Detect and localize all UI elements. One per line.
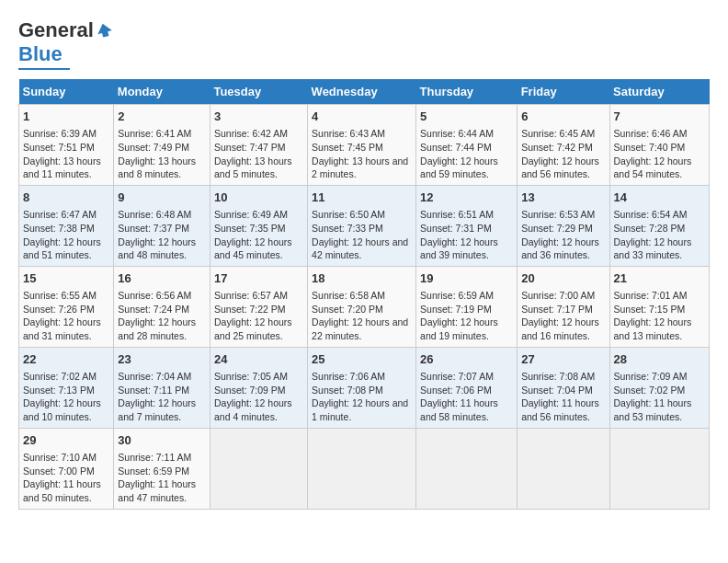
daylight-label: Daylight: 12 hours and 56 minutes. [521, 155, 599, 180]
column-header-tuesday: Tuesday [210, 79, 307, 105]
day-number: 11 [312, 190, 412, 206]
calendar-week-row: 1Sunrise: 6:39 AMSunset: 7:51 PMDaylight… [19, 105, 710, 186]
day-number: 8 [23, 190, 109, 206]
day-number: 24 [214, 351, 303, 368]
daylight-label: Daylight: 12 hours and 31 minutes. [23, 316, 101, 341]
daylight-label: Daylight: 12 hours and 25 minutes. [214, 316, 292, 341]
daylight-label: Daylight: 11 hours and 58 minutes. [420, 397, 498, 422]
day-number: 30 [118, 432, 206, 449]
calendar-cell: 1Sunrise: 6:39 AMSunset: 7:51 PMDaylight… [19, 105, 114, 186]
calendar-cell: 24Sunrise: 7:05 AMSunset: 7:09 PMDayligh… [210, 347, 307, 428]
calendar-table: SundayMondayTuesdayWednesdayThursdayFrid… [18, 79, 710, 510]
day-number: 15 [23, 270, 109, 287]
daylight-label: Daylight: 12 hours and 36 minutes. [521, 236, 599, 261]
day-number: 6 [521, 109, 605, 125]
sunset-label: Sunset: 7:00 PM [23, 465, 95, 477]
calendar-cell [308, 428, 416, 509]
daylight-label: Daylight: 13 hours and 11 minutes. [23, 155, 101, 180]
calendar-cell: 28Sunrise: 7:09 AMSunset: 7:02 PMDayligh… [609, 347, 709, 428]
sunset-label: Sunset: 6:59 PM [118, 465, 189, 477]
daylight-label: Daylight: 12 hours and 54 minutes. [614, 155, 692, 180]
day-number: 5 [420, 109, 513, 125]
sunset-label: Sunset: 7:24 PM [118, 304, 189, 315]
calendar-cell: 10Sunrise: 6:49 AMSunset: 7:35 PMDayligh… [210, 185, 307, 266]
day-number: 18 [312, 270, 412, 287]
daylight-label: Daylight: 11 hours and 56 minutes. [521, 397, 599, 422]
sunrise-label: Sunrise: 6:47 AM [23, 209, 97, 220]
sunset-label: Sunset: 7:49 PM [118, 142, 189, 153]
logo-text-general: General [18, 18, 94, 42]
column-header-monday: Monday [114, 79, 210, 105]
sunrise-label: Sunrise: 6:49 AM [214, 209, 288, 220]
daylight-label: Daylight: 12 hours and 16 minutes. [521, 316, 599, 341]
sunrise-label: Sunrise: 6:54 AM [614, 209, 688, 220]
calendar-cell: 19Sunrise: 6:59 AMSunset: 7:19 PMDayligh… [416, 266, 518, 347]
daylight-label: Daylight: 12 hours and 48 minutes. [118, 236, 196, 261]
daylight-label: Daylight: 12 hours and 33 minutes. [614, 236, 692, 261]
sunset-label: Sunset: 7:45 PM [312, 142, 383, 153]
sunset-label: Sunset: 7:44 PM [420, 142, 492, 153]
logo-text-blue: Blue [18, 42, 63, 66]
sunset-label: Sunset: 7:51 PM [23, 142, 95, 153]
day-number: 3 [214, 109, 303, 125]
sunrise-label: Sunrise: 6:53 AM [521, 209, 595, 220]
calendar-cell: 26Sunrise: 7:07 AMSunset: 7:06 PMDayligh… [416, 347, 518, 428]
daylight-label: Daylight: 12 hours and 22 minutes. [312, 316, 408, 341]
svg-marker-0 [96, 22, 113, 39]
calendar-cell: 30Sunrise: 7:11 AMSunset: 6:59 PMDayligh… [114, 428, 210, 509]
calendar-cell [210, 428, 307, 509]
calendar-cell: 25Sunrise: 7:06 AMSunset: 7:08 PMDayligh… [308, 347, 416, 428]
calendar-cell: 23Sunrise: 7:04 AMSunset: 7:11 PMDayligh… [114, 347, 210, 428]
sunset-label: Sunset: 7:37 PM [118, 223, 189, 234]
day-number: 13 [521, 190, 605, 206]
calendar-cell: 29Sunrise: 7:10 AMSunset: 7:00 PMDayligh… [19, 428, 114, 509]
day-number: 26 [420, 351, 513, 368]
daylight-label: Daylight: 12 hours and 39 minutes. [420, 236, 498, 261]
calendar-cell: 20Sunrise: 7:00 AMSunset: 7:17 PMDayligh… [518, 266, 609, 347]
sunrise-label: Sunrise: 6:44 AM [420, 128, 494, 139]
daylight-label: Daylight: 11 hours and 50 minutes. [23, 478, 101, 503]
calendar-cell: 4Sunrise: 6:43 AMSunset: 7:45 PMDaylight… [308, 105, 416, 186]
sunrise-label: Sunrise: 7:05 AM [214, 371, 288, 382]
sunrise-label: Sunrise: 6:55 AM [23, 290, 97, 301]
calendar-cell: 11Sunrise: 6:50 AMSunset: 7:33 PMDayligh… [308, 185, 416, 266]
calendar-cell: 18Sunrise: 6:58 AMSunset: 7:20 PMDayligh… [308, 266, 416, 347]
day-number: 10 [214, 190, 303, 206]
sunset-label: Sunset: 7:29 PM [521, 223, 593, 234]
sunset-label: Sunset: 7:17 PM [521, 304, 593, 315]
sunset-label: Sunset: 7:20 PM [312, 304, 383, 315]
calendar-cell [416, 428, 518, 509]
calendar-cell [609, 428, 709, 509]
calendar-week-row: 8Sunrise: 6:47 AMSunset: 7:38 PMDaylight… [19, 185, 710, 266]
day-number: 7 [614, 109, 705, 125]
sunrise-label: Sunrise: 6:46 AM [614, 128, 688, 139]
sunrise-label: Sunrise: 6:41 AM [118, 128, 191, 139]
day-number: 25 [312, 351, 412, 368]
logo-underline [18, 68, 70, 70]
sunrise-label: Sunrise: 6:51 AM [420, 209, 494, 220]
daylight-label: Daylight: 13 hours and 5 minutes. [214, 155, 292, 180]
column-header-friday: Friday [518, 79, 609, 105]
daylight-label: Daylight: 11 hours and 47 minutes. [118, 478, 196, 503]
day-number: 9 [118, 190, 206, 206]
logo: General Blue [18, 18, 116, 70]
sunset-label: Sunset: 7:33 PM [312, 223, 383, 234]
day-number: 17 [214, 270, 303, 287]
sunrise-label: Sunrise: 7:01 AM [614, 290, 688, 301]
sunset-label: Sunset: 7:47 PM [214, 142, 286, 153]
day-number: 2 [118, 109, 206, 125]
daylight-label: Daylight: 12 hours and 10 minutes. [23, 397, 101, 422]
sunset-label: Sunset: 7:15 PM [614, 304, 686, 315]
sunrise-label: Sunrise: 6:39 AM [23, 128, 97, 139]
sunset-label: Sunset: 7:09 PM [214, 385, 286, 396]
calendar-cell [518, 428, 609, 509]
sunset-label: Sunset: 7:19 PM [420, 304, 492, 315]
daylight-label: Daylight: 11 hours and 53 minutes. [614, 397, 692, 422]
daylight-label: Daylight: 12 hours and 42 minutes. [312, 236, 408, 261]
sunset-label: Sunset: 7:40 PM [614, 142, 686, 153]
calendar-header-row: SundayMondayTuesdayWednesdayThursdayFrid… [19, 79, 710, 105]
calendar-cell: 22Sunrise: 7:02 AMSunset: 7:13 PMDayligh… [19, 347, 114, 428]
page-header: General Blue [18, 18, 710, 70]
calendar-cell: 16Sunrise: 6:56 AMSunset: 7:24 PMDayligh… [114, 266, 210, 347]
sunrise-label: Sunrise: 7:07 AM [420, 371, 494, 382]
